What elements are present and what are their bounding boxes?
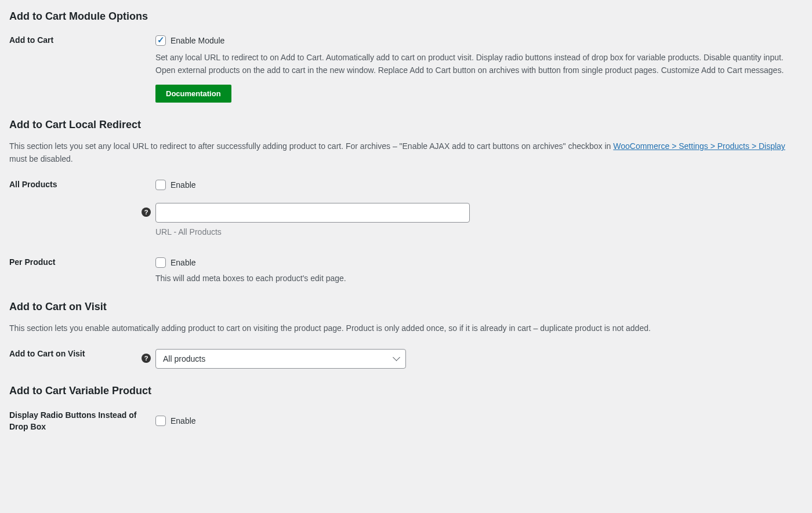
help-icon[interactable]: ? (142, 208, 151, 217)
local-redirect-heading: Add to Cart Local Redirect (9, 119, 803, 131)
module-options-heading: Add to Cart Module Options (9, 10, 803, 23)
woocommerce-settings-link[interactable]: WooCommerce > Settings > Products > Disp… (613, 141, 785, 151)
enable-module-checkbox[interactable] (155, 35, 166, 46)
url-all-products-input[interactable] (155, 203, 470, 223)
radio-buttons-enable-label: Enable (171, 416, 196, 425)
on-visit-field-label: Add to Cart on Visit (9, 349, 155, 358)
url-all-products-sublabel: URL - All Products (155, 227, 470, 237)
radio-buttons-enable-checkbox[interactable] (155, 416, 166, 426)
all-products-enable-label: Enable (171, 180, 196, 190)
per-product-description: This will add meta boxes to each product… (155, 272, 803, 285)
help-icon[interactable]: ? (142, 354, 151, 363)
documentation-button[interactable]: Documentation (155, 85, 231, 103)
redirect-desc-suffix: must be disabled. (9, 154, 73, 163)
all-products-field-label: All Products (9, 180, 155, 189)
on-visit-description: This section lets you enable automatical… (9, 322, 798, 335)
add-to-cart-field-label: Add to Cart (9, 35, 155, 45)
variable-product-heading: Add to Cart Variable Product (9, 385, 803, 397)
module-description: Set any local URL to redirect to on Add … (155, 52, 799, 77)
redirect-desc-prefix: This section lets you set any local URL … (9, 141, 613, 151)
per-product-field-label: Per Product (9, 257, 155, 267)
per-product-enable-checkbox[interactable] (155, 257, 166, 268)
radio-buttons-field-label: Display Radio Buttons Instead of Drop Bo… (9, 410, 155, 432)
per-product-enable-label: Enable (171, 258, 196, 267)
on-visit-heading: Add to Cart on Visit (9, 301, 803, 313)
enable-module-label: Enable Module (171, 36, 224, 45)
on-visit-select[interactable]: All products (155, 349, 406, 369)
local-redirect-description: This section lets you set any local URL … (9, 140, 798, 165)
all-products-enable-checkbox[interactable] (155, 180, 166, 190)
